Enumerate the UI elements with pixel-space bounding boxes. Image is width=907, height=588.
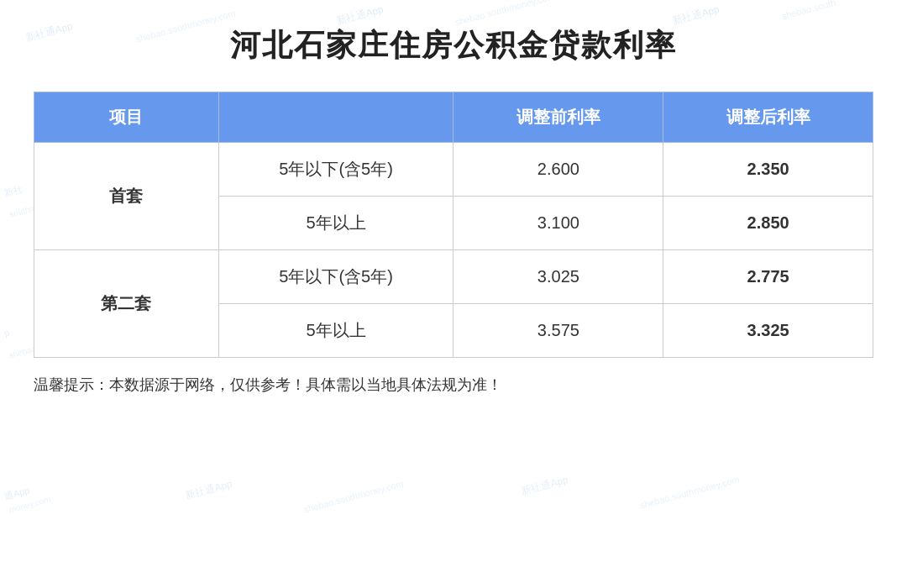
before-rate: 3.100	[454, 197, 663, 250]
main-content: 河北石家庄住房公积金贷款利率 项目 调整前利率 调整后利率 首套5年以下(含5年…	[0, 0, 907, 414]
rate-table: 项目 调整前利率 调整后利率 首套5年以下(含5年)2.6002.3505年以上…	[34, 92, 873, 358]
after-rate: 2.350	[663, 143, 873, 197]
category-cell-1: 第二套	[34, 250, 219, 358]
table-row: 首套5年以下(含5年)2.6002.350	[34, 143, 873, 197]
header-col-after: 调整后利率	[663, 92, 873, 143]
item-label: 5年以下(含5年)	[218, 250, 454, 304]
before-rate: 3.575	[454, 304, 663, 358]
header-col-before: 调整前利率	[454, 92, 663, 143]
header-col-category: 项目	[34, 92, 219, 143]
before-rate: 2.600	[454, 143, 663, 197]
item-label: 5年以下(含5年)	[218, 143, 454, 197]
after-rate: 2.850	[663, 197, 873, 250]
header-col-item	[218, 92, 454, 143]
page-title: 河北石家庄住房公积金贷款利率	[34, 25, 873, 66]
item-label: 5年以上	[218, 197, 454, 250]
after-rate: 3.325	[663, 304, 873, 358]
table-header-row: 项目 调整前利率 调整后利率	[34, 92, 873, 143]
item-label: 5年以上	[218, 304, 454, 358]
footer-note: 温馨提示：本数据源于网络，仅供参考！具体需以当地具体法规为准！	[34, 373, 873, 397]
table-row: 第二套5年以下(含5年)3.0252.775	[34, 250, 873, 304]
before-rate: 3.025	[454, 250, 663, 304]
after-rate: 2.775	[663, 250, 873, 304]
category-cell-0: 首套	[34, 143, 219, 250]
